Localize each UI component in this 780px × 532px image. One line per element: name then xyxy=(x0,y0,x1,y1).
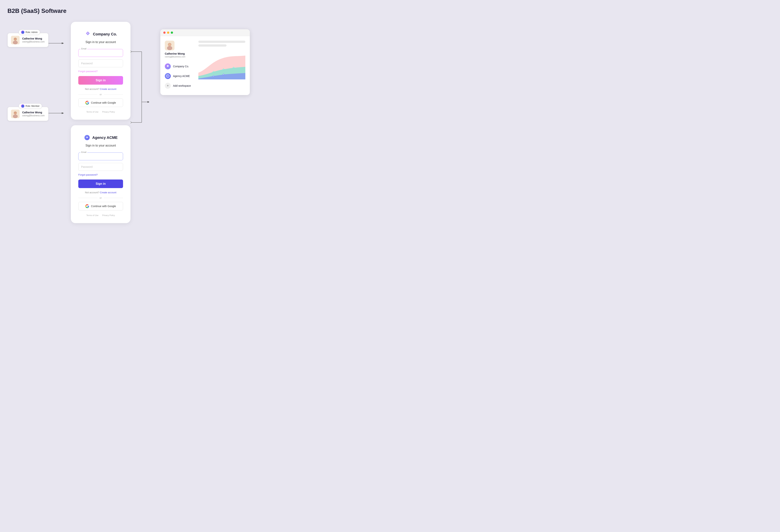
svg-point-24 xyxy=(167,46,172,50)
sign-in-button-1[interactable]: Sign in xyxy=(78,76,123,85)
workspace-item-company[interactable]: Company Co. xyxy=(165,61,195,71)
agency-logo-icon xyxy=(84,134,90,141)
workspace-item-agency[interactable]: Agency ACME xyxy=(165,71,195,81)
login-card-agency: Agency ACME Sign in to your account Emai… xyxy=(71,125,131,223)
role-badge-admin-label: Role: Admin xyxy=(26,31,38,34)
email-label-2: Email xyxy=(81,151,87,153)
email-field-group-1: Email xyxy=(78,49,123,57)
profile-email: cwong@business.com xyxy=(165,55,195,58)
svg-point-30 xyxy=(213,76,214,77)
company-logo-text: Company Co. xyxy=(93,32,117,36)
area-chart xyxy=(198,51,245,81)
no-account-1: Not account? Create account xyxy=(78,88,123,90)
card-footer-1: Terms of Use Privacy Policy xyxy=(78,111,123,113)
workspace-window: Catherine Wong cwong@business.com Compan… xyxy=(160,29,250,95)
logo-row-agency: Agency ACME xyxy=(84,134,117,141)
login-forms: Company Co. Sign in to your account Emai… xyxy=(71,22,131,223)
add-workspace-icon: + xyxy=(165,83,171,89)
profile-avatar xyxy=(165,41,175,50)
password-input-2[interactable] xyxy=(78,163,123,171)
dot-green xyxy=(171,32,173,34)
chart-section xyxy=(198,41,245,91)
password-field-group-2 xyxy=(78,163,123,171)
agency-ws-icon xyxy=(166,74,169,78)
forgot-password-link-1[interactable]: Forgot password? xyxy=(78,70,123,73)
page-title: B2B (SaaS) Software xyxy=(7,7,773,14)
workspace-panel: Catherine Wong cwong@business.com Compan… xyxy=(160,29,250,95)
terms-link-2[interactable]: Terms of Use xyxy=(86,214,98,216)
or-divider-2: or xyxy=(78,196,123,199)
google-button-1[interactable]: Continue with Google xyxy=(78,98,123,107)
company-logo-icon xyxy=(85,31,91,38)
role-icon-member: 👤 xyxy=(21,104,25,108)
connector-lines xyxy=(48,33,71,178)
role-badge-member-label: Role: Member xyxy=(26,105,40,107)
user-info-member: Catherine Wong cwong@business.com xyxy=(22,111,45,117)
create-account-link-1[interactable]: Create account xyxy=(100,88,116,90)
email-input-1[interactable] xyxy=(78,49,123,57)
password-input-1[interactable] xyxy=(78,59,123,67)
workspace-logo-company xyxy=(165,63,171,69)
role-badge-member: 👤 Role: Member xyxy=(19,103,42,109)
privacy-link-2[interactable]: Privacy Policy xyxy=(102,214,115,216)
workspace-name-add: Add workspace xyxy=(173,84,191,87)
company-card-subtitle: Sign in to your account xyxy=(86,41,116,44)
dot-red xyxy=(163,32,165,34)
workspace-logo-agency xyxy=(165,73,171,79)
profile-name: Catherine Wong xyxy=(165,52,195,55)
profile-section: Catherine Wong cwong@business.com Compan… xyxy=(165,41,195,91)
email-field-group-2: Email xyxy=(78,152,123,160)
card-header-company: Company Co. Sign in to your account xyxy=(78,31,123,44)
user-card-admin-wrapper: 👤 Role: Admin Catherine Wong cwong@busin… xyxy=(7,33,48,47)
google-icon-1 xyxy=(85,101,89,105)
google-button-2[interactable]: Continue with Google xyxy=(78,202,123,210)
terms-link-1[interactable]: Terms of Use xyxy=(86,111,98,113)
svg-point-27 xyxy=(213,71,214,72)
role-icon-admin: 👤 xyxy=(21,31,25,34)
user-card-member-wrapper: 👤 Role: Member Catherine Wong cwong@busi… xyxy=(7,107,48,121)
workspace-item-add[interactable]: + Add workspace xyxy=(165,81,195,91)
user-name-admin: Catherine Wong xyxy=(22,37,45,40)
avatar-admin xyxy=(11,36,19,44)
google-btn-label-2: Continue with Google xyxy=(91,205,116,208)
svg-point-2 xyxy=(13,41,18,44)
email-input-2[interactable] xyxy=(78,152,123,160)
avatar-member xyxy=(11,110,19,118)
chart-bar-2 xyxy=(198,44,227,47)
password-field-group-1 xyxy=(78,59,123,67)
workspace-name-agency: Agency ACME xyxy=(173,75,190,78)
window-body: Catherine Wong cwong@business.com Compan… xyxy=(160,36,250,95)
sign-in-button-2[interactable]: Sign in xyxy=(78,180,123,188)
workspace-list: Company Co. Agency ACME xyxy=(165,61,195,91)
forgot-password-link-2[interactable]: Forgot password? xyxy=(78,173,123,176)
google-icon-2 xyxy=(85,204,89,208)
workspace-name-company: Company Co. xyxy=(173,65,189,68)
right-connector-lines xyxy=(131,33,149,178)
agency-logo-text: Agency ACME xyxy=(92,136,117,140)
no-account-2: Not account? Create account xyxy=(78,191,123,194)
window-titlebar xyxy=(160,29,250,36)
card-header-agency: Agency ACME Sign in to your account xyxy=(78,134,123,147)
role-badge-admin: 👤 Role: Admin xyxy=(19,30,40,35)
privacy-link-1[interactable]: Privacy Policy xyxy=(102,111,115,113)
email-label-1: Email xyxy=(81,48,87,50)
company-ws-icon xyxy=(166,64,169,68)
user-email-admin: cwong@business.com xyxy=(22,41,45,43)
dot-yellow xyxy=(167,32,169,34)
user-card-member: Catherine Wong cwong@business.com xyxy=(7,107,48,121)
svg-point-7 xyxy=(13,114,18,118)
agency-card-subtitle: Sign in to your account xyxy=(86,144,116,147)
svg-point-29 xyxy=(233,67,234,68)
create-account-link-2[interactable]: Create account xyxy=(100,191,116,194)
card-footer-2: Terms of Use Privacy Policy xyxy=(78,214,123,216)
svg-point-21 xyxy=(131,122,131,123)
svg-point-25 xyxy=(168,43,171,46)
svg-point-9 xyxy=(14,112,16,114)
google-btn-label-1: Continue with Google xyxy=(91,101,116,104)
chart-bar-1 xyxy=(198,41,245,43)
svg-point-20 xyxy=(131,51,131,52)
logo-row-company: Company Co. xyxy=(85,31,117,38)
user-name-member: Catherine Wong xyxy=(22,111,45,114)
user-card-admin: Catherine Wong cwong@business.com xyxy=(7,33,48,47)
user-email-member: cwong@business.com xyxy=(22,114,45,117)
